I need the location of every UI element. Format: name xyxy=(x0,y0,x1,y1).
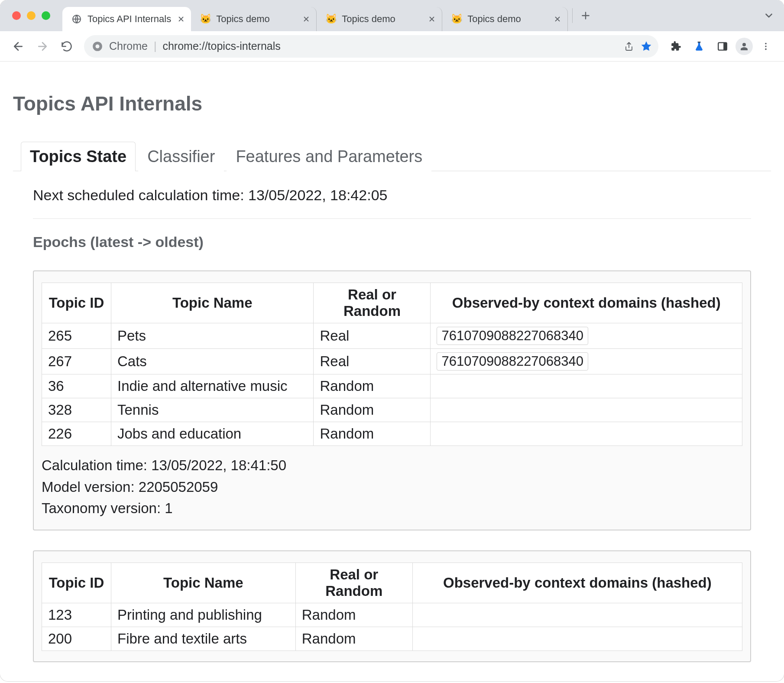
observed-cell: 7610709088227068340 xyxy=(431,323,742,349)
page-title: Topics API Internals xyxy=(13,92,771,115)
topic-id-cell: 123 xyxy=(42,603,111,627)
menu-button[interactable] xyxy=(755,36,776,57)
tab-close-button[interactable] xyxy=(176,14,186,24)
topic-id-cell: 200 xyxy=(42,627,111,650)
browser-tab-title: Topics demo xyxy=(216,13,296,25)
svg-point-7 xyxy=(765,46,767,47)
browser-tab-title: Topics API Internals xyxy=(87,13,171,25)
real-or-random-cell: Random xyxy=(314,398,431,422)
observed-cell xyxy=(412,603,742,627)
new-tab-button[interactable] xyxy=(577,7,594,24)
table-row: 123Printing and publishingRandom xyxy=(42,603,742,627)
topics-table: Topic IDTopic NameReal or RandomObserved… xyxy=(42,563,742,651)
window-minimize-button[interactable] xyxy=(27,11,36,20)
epoch-box: Topic IDTopic NameReal or RandomObserved… xyxy=(33,270,751,530)
real-or-random-cell: Random xyxy=(314,374,431,398)
topic-id-cell: 328 xyxy=(42,398,111,422)
content-tab[interactable]: Topics State xyxy=(21,142,136,171)
bookmark-star-icon[interactable] xyxy=(640,40,652,52)
divider xyxy=(33,218,751,219)
back-button[interactable] xyxy=(8,36,29,57)
cat-icon: 🐱 xyxy=(451,13,462,25)
window-controls xyxy=(12,11,50,20)
topic-name-cell: Jobs and education xyxy=(111,422,314,446)
browser-tab[interactable]: Topics API Internals xyxy=(62,7,191,31)
browser-toolbar: Chrome | chrome://topics-internals xyxy=(0,31,784,62)
browser-tab-title: Topics demo xyxy=(342,13,422,25)
tab-close-button[interactable] xyxy=(301,14,311,24)
omnibox-url: chrome://topics-internals xyxy=(162,40,618,52)
table-row: 265PetsReal7610709088227068340 xyxy=(42,323,742,349)
globe-icon xyxy=(71,13,82,25)
extensions-button[interactable] xyxy=(665,36,686,57)
topic-id-cell: 265 xyxy=(42,323,111,349)
topic-name-cell: Fibre and textile arts xyxy=(111,627,296,650)
observed-cell xyxy=(431,398,742,422)
svg-rect-5 xyxy=(723,42,727,50)
col-observed: Observed-by context domains (hashed) xyxy=(412,563,742,603)
real-or-random-cell: Random xyxy=(295,627,412,650)
epochs-heading: Epochs (latest -> oldest) xyxy=(33,234,751,250)
tab-overflow-button[interactable] xyxy=(763,10,774,21)
observed-cell xyxy=(431,374,742,398)
col-real-random: Real or Random xyxy=(295,563,412,603)
epoch-meta: Calculation time: 13/05/2022, 18:41:50Mo… xyxy=(42,455,742,519)
topic-name-cell: Indie and alternative music xyxy=(111,374,314,398)
taxonomy-version-value: 1 xyxy=(165,500,172,516)
share-icon[interactable] xyxy=(624,41,634,52)
real-or-random-cell: Random xyxy=(295,603,412,627)
real-or-random-cell: Real xyxy=(314,349,431,374)
topic-name-cell: Cats xyxy=(111,349,314,374)
omnibox-secure-label: Chrome xyxy=(109,40,148,52)
table-row: 267CatsReal7610709088227068340 xyxy=(42,349,742,374)
topic-name-cell: Printing and publishing xyxy=(111,603,296,627)
reload-button[interactable] xyxy=(56,36,77,57)
cat-icon: 🐱 xyxy=(200,13,211,25)
tab-close-button[interactable] xyxy=(553,14,562,24)
topic-id-cell: 36 xyxy=(42,374,111,398)
table-row: 328TennisRandom xyxy=(42,398,742,422)
next-calc-row: Next scheduled calculation time: 13/05/2… xyxy=(33,187,751,204)
content-tab[interactable]: Classifier xyxy=(138,142,224,171)
col-topic-id: Topic ID xyxy=(42,563,111,603)
col-real-random: Real or Random xyxy=(314,283,431,323)
col-topic-name: Topic Name xyxy=(111,283,314,323)
observed-cell: 7610709088227068340 xyxy=(431,349,742,374)
hash-chip: 7610709088227068340 xyxy=(437,352,588,371)
labs-button[interactable] xyxy=(689,36,709,57)
side-panel-button[interactable] xyxy=(712,36,733,57)
calc-time-value: 13/05/2022, 18:41:50 xyxy=(151,457,286,473)
address-bar[interactable]: Chrome | chrome://topics-internals xyxy=(84,35,658,58)
table-row: 200Fibre and textile artsRandom xyxy=(42,627,742,650)
real-or-random-cell: Real xyxy=(314,323,431,349)
col-topic-id: Topic ID xyxy=(42,283,111,323)
content-tab[interactable]: Features and Parameters xyxy=(227,142,431,171)
calc-time-label: Calculation time: xyxy=(42,457,147,473)
observed-cell xyxy=(431,422,742,446)
model-version-label: Model version: xyxy=(42,479,135,495)
topics-table: Topic IDTopic NameReal or RandomObserved… xyxy=(42,283,742,446)
topic-name-cell: Pets xyxy=(111,323,314,349)
col-observed: Observed-by context domains (hashed) xyxy=(431,283,742,323)
profile-avatar[interactable] xyxy=(735,38,753,55)
chrome-icon xyxy=(92,41,103,52)
svg-rect-3 xyxy=(698,42,701,42)
svg-point-2 xyxy=(95,44,99,48)
next-calc-value: 13/05/2022, 18:42:05 xyxy=(248,187,387,203)
cat-icon: 🐱 xyxy=(325,13,337,25)
col-topic-name: Topic Name xyxy=(111,563,296,603)
svg-point-8 xyxy=(765,48,767,50)
browser-tab[interactable]: 🐱Topics demo xyxy=(442,7,568,31)
real-or-random-cell: Random xyxy=(314,422,431,446)
page-content: Topics API Internals Topics StateClassif… xyxy=(0,62,784,681)
topic-id-cell: 267 xyxy=(42,349,111,374)
topic-name-cell: Tennis xyxy=(111,398,314,422)
browser-tab[interactable]: 🐱Topics demo xyxy=(191,7,317,31)
browser-tab[interactable]: 🐱Topics demo xyxy=(317,7,442,31)
browser-tabstrip: Topics API Internals🐱Topics demo🐱Topics … xyxy=(0,0,784,31)
hash-chip: 7610709088227068340 xyxy=(437,327,588,345)
tab-close-button[interactable] xyxy=(427,14,437,24)
forward-button[interactable] xyxy=(32,36,53,57)
window-zoom-button[interactable] xyxy=(42,11,50,20)
window-close-button[interactable] xyxy=(12,11,21,20)
